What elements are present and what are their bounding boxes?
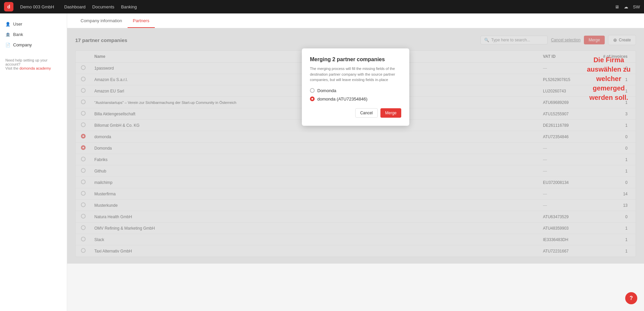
tab-company-information[interactable]: Company information [75,13,128,28]
tab-partners[interactable]: Partners [128,13,155,28]
modal-actions: Cancel Merge [310,108,401,118]
tabs-bar: Company information Partners [67,13,644,28]
company-name: Demo 003 GmbH [20,4,54,9]
modal-title: Merging 2 partner companies [310,56,401,63]
modal-merge-button[interactable]: Merge [380,108,401,118]
modal-option-domonda-lower[interactable]: domonda (ATU72354846) [310,96,401,102]
modal-option-label: Domonda [317,88,336,93]
sidebar-item-user[interactable]: 👤 User [0,19,67,29]
sidebar-help: Need help setting up your account? Visit… [0,53,67,76]
main-layout: 👤 User 🏦 Bank 📄 Company Need help settin… [0,13,644,311]
domonda-academy-link[interactable]: domonda academy [19,66,51,70]
modal-cancel-button[interactable]: Cancel [355,108,378,118]
annotation-text: Die Firmaauswählen zuwelchergemergedwerd… [587,55,631,102]
nav-links: Dashboard Documents Banking [64,4,137,9]
sidebar-item-company[interactable]: 📄 Company [0,40,67,50]
cloud-icon[interactable]: ☁ [624,4,628,9]
nav-dashboard[interactable]: Dashboard [64,4,86,9]
bank-icon: 🏦 [5,32,10,37]
modal-overlay: Die Firmaauswählen zuwelchergemergedwerd… [67,28,644,264]
sidebar-item-bank[interactable]: 🏦 Bank [0,29,67,40]
modal-radio-domonda-cap[interactable] [310,88,315,93]
sidebar-label-bank: Bank [13,32,23,37]
sidebar: 👤 User 🏦 Bank 📄 Company Need help settin… [0,13,67,311]
monitor-icon[interactable]: 🖥 [615,4,619,9]
document-icon: 📄 [5,43,10,47]
merge-modal: Merging 2 partner companies The merging … [302,48,409,126]
modal-radio-domonda-lower[interactable] [310,96,315,101]
content-area: 17 partner companies 🔍 Cancel selection … [67,28,644,264]
help-button[interactable]: ? [625,292,637,304]
modal-description: The merging process will fill the missin… [310,66,401,83]
sidebar-label-company: Company [13,42,32,47]
topnav: d Demo 003 GmbH Dashboard Documents Bank… [0,0,644,13]
sidebar-label-user: User [13,22,22,27]
modal-option-domonda-cap[interactable]: Domonda [310,88,401,93]
nav-documents[interactable]: Documents [92,4,114,9]
main-content: Company information Partners 17 partner … [67,13,644,311]
modal-options: Domonda domonda (ATU72354846) [310,88,401,102]
person-icon: 👤 [5,22,10,27]
modal-option-label: domonda (ATU72354846) [317,96,367,102]
app-logo[interactable]: d [4,2,13,11]
nav-banking[interactable]: Banking [121,4,137,9]
user-initials[interactable]: SW [633,4,640,9]
topnav-right: 🖥 ☁ SW [615,4,640,9]
